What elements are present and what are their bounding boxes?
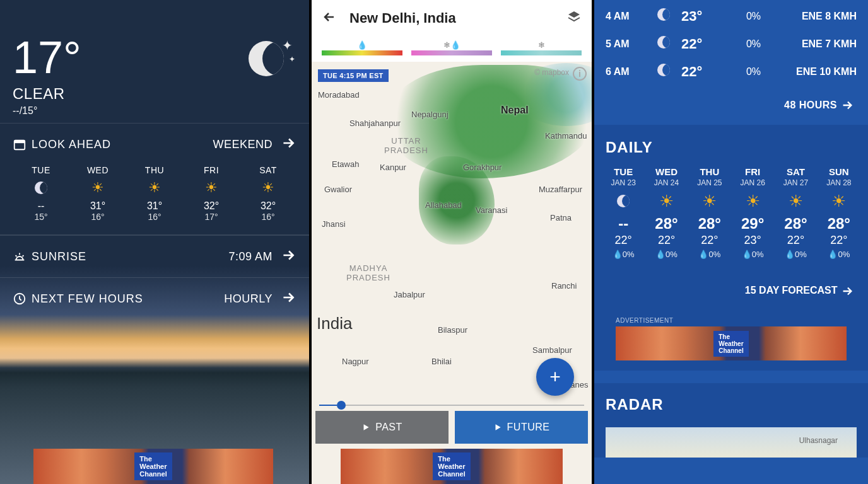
daily-col[interactable]: THUJAN 25☀28°22°💧0% bbox=[688, 164, 731, 262]
map-label: Nepalgunj bbox=[411, 110, 449, 119]
date-label: JAN 26 bbox=[731, 178, 774, 187]
precip-pct: 0% bbox=[727, 11, 761, 22]
forecast-day[interactable]: THU☀31°16° bbox=[126, 165, 183, 222]
low-temp: 16° bbox=[240, 212, 296, 222]
map-label: Ranchi bbox=[551, 281, 577, 291]
daily-col[interactable]: WEDJAN 24☀28°22°💧0% bbox=[645, 164, 688, 262]
future-button[interactable]: FUTURE bbox=[455, 411, 588, 444]
15-day-link[interactable]: 15 DAY FORECAST bbox=[594, 267, 868, 312]
low-temp: 16° bbox=[126, 212, 183, 222]
day-label: THU bbox=[688, 166, 731, 177]
map-label: Bilaspur bbox=[438, 325, 467, 335]
precip-pct: 💧0% bbox=[602, 250, 645, 259]
map-label: Nepal bbox=[501, 105, 529, 116]
48-hours-link[interactable]: 48 HOURS bbox=[594, 91, 868, 125]
weather-icon: ☀ bbox=[183, 179, 240, 197]
current-temp: 17° bbox=[13, 35, 81, 80]
date-label: JAN 24 bbox=[645, 178, 688, 187]
legend-mix: ❄💧 bbox=[411, 40, 492, 59]
twc-logo: TheWeatherChannel bbox=[713, 331, 748, 357]
ad-banner[interactable]: TheWeatherChannel bbox=[341, 449, 563, 484]
ad-banner[interactable]: TheWeatherChannel bbox=[33, 449, 273, 484]
map-label: Nagpur bbox=[342, 357, 369, 366]
weather-icon: ☀ bbox=[818, 187, 860, 215]
hour-temp: 22° bbox=[681, 64, 727, 80]
map-timestamp: TUE 4:15 PM EST bbox=[318, 69, 389, 82]
sunrise-label: SUNRISE bbox=[32, 250, 228, 263]
sunrise-row[interactable]: SUNRISE 7:09 AM bbox=[0, 235, 309, 277]
layers-icon[interactable] bbox=[566, 9, 582, 27]
legend-rain: 💧 bbox=[322, 40, 402, 59]
map-label: Jabalpur bbox=[394, 290, 425, 299]
forecast-day[interactable]: WED☀31°16° bbox=[69, 165, 126, 222]
hourly-row[interactable]: 6 AM22°0%ENE 10 KMH bbox=[606, 58, 857, 86]
current-conditions: 17° CLEAR --/15° ✦ ✦ bbox=[0, 0, 309, 123]
high-temp: 28° bbox=[688, 215, 731, 233]
next-hours-label: NEXT FEW HOURS bbox=[32, 292, 224, 306]
map-label: Kathmandu bbox=[545, 131, 587, 141]
high-temp: 28° bbox=[645, 215, 688, 233]
map-label: Allahabad bbox=[425, 200, 462, 210]
arrow-right-icon bbox=[280, 247, 296, 266]
timeline-slider[interactable] bbox=[319, 405, 584, 406]
hourly-row[interactable]: 4 AM23°0%ENE 8 KMH bbox=[606, 3, 857, 30]
daily-title: DAILY bbox=[594, 125, 868, 164]
forecast-day[interactable]: TUE--15° bbox=[13, 165, 69, 222]
high-temp: 32° bbox=[240, 200, 296, 212]
high-temp: 28° bbox=[818, 215, 860, 233]
hourly-row[interactable]: 5 AM22°0%ENE 7 KMH bbox=[606, 30, 857, 58]
low-temp: 22° bbox=[774, 234, 817, 247]
weather-icon: ☀ bbox=[731, 187, 774, 215]
radar-preview[interactable]: Ulhasnagar bbox=[606, 427, 857, 458]
forecast-day[interactable]: FRI☀32°17° bbox=[183, 165, 240, 222]
low-temp: 22° bbox=[688, 234, 731, 247]
legend: 💧 ❄💧 ❄ bbox=[312, 37, 592, 62]
daily-col[interactable]: TUEJAN 23--22°💧0% bbox=[602, 164, 645, 262]
past-button[interactable]: PAST bbox=[315, 411, 449, 444]
weekend-link: WEEKEND bbox=[213, 138, 273, 151]
info-icon[interactable]: i bbox=[573, 67, 587, 81]
weather-icon: ☀ bbox=[240, 179, 296, 197]
map-country: India bbox=[317, 314, 352, 333]
day-label: WED bbox=[69, 165, 126, 175]
hour-label: 5 AM bbox=[606, 38, 646, 50]
clock-icon bbox=[13, 292, 32, 306]
day-label: TUE bbox=[602, 166, 645, 177]
low-temp: 22° bbox=[645, 234, 688, 247]
current-condition: CLEAR bbox=[13, 85, 81, 103]
weather-icon bbox=[602, 187, 645, 215]
daily-forecast[interactable]: TUEJAN 23--22°💧0%WEDJAN 24☀28°22°💧0%THUJ… bbox=[594, 164, 868, 267]
map-label: Gorakhpur bbox=[463, 163, 501, 172]
fab-add-button[interactable]: + bbox=[536, 358, 574, 396]
calendar-icon bbox=[13, 137, 32, 151]
hourly-list: 4 AM23°0%ENE 8 KMH5 AM22°0%ENE 7 KMH6 AM… bbox=[594, 0, 868, 91]
legend-snow: ❄ bbox=[501, 40, 582, 59]
arrow-right-icon bbox=[280, 135, 296, 154]
ad-banner[interactable]: TheWeatherChannel bbox=[616, 326, 847, 360]
daily-col[interactable]: FRIJAN 26☀29°23°💧0% bbox=[731, 164, 774, 262]
high-temp: 31° bbox=[69, 200, 126, 212]
wind: ENE 10 KMH bbox=[761, 66, 857, 78]
back-icon[interactable] bbox=[322, 9, 337, 27]
daily-col[interactable]: SUNJAN 28☀28°22°💧0% bbox=[818, 164, 860, 262]
forecast-day[interactable]: SAT☀32°16° bbox=[240, 165, 296, 222]
precip-pct: 💧0% bbox=[645, 250, 688, 259]
arrow-right-icon bbox=[280, 289, 296, 308]
next-hours-row[interactable]: NEXT FEW HOURS HOURLY bbox=[0, 277, 309, 320]
location-title: New Delhi, India bbox=[349, 10, 554, 26]
date-label: JAN 28 bbox=[818, 178, 860, 187]
precip-pct: 💧0% bbox=[731, 250, 774, 259]
arrow-right-icon bbox=[840, 99, 854, 110]
advert-label: ADVERTISEMENT bbox=[594, 312, 868, 326]
date-label: JAN 23 bbox=[602, 178, 645, 187]
day-label: WED bbox=[645, 166, 688, 177]
daily-col[interactable]: SATJAN 27☀28°22°💧0% bbox=[774, 164, 817, 262]
forecast-5day[interactable]: TUE--15°WED☀31°16°THU☀31°16°FRI☀32°17°SA… bbox=[0, 165, 309, 235]
date-label: JAN 25 bbox=[688, 178, 731, 187]
weather-icon: ☀ bbox=[774, 187, 817, 215]
look-ahead-row[interactable]: LOOK AHEAD WEEKEND bbox=[0, 123, 309, 165]
day-label: FRI bbox=[183, 165, 240, 175]
map-label: Etawah bbox=[332, 159, 359, 169]
low-temp: 23° bbox=[731, 234, 774, 247]
radar-map[interactable]: TUE 4:15 PM EST © mapbox i Nepal Nepalgu… bbox=[312, 62, 592, 484]
